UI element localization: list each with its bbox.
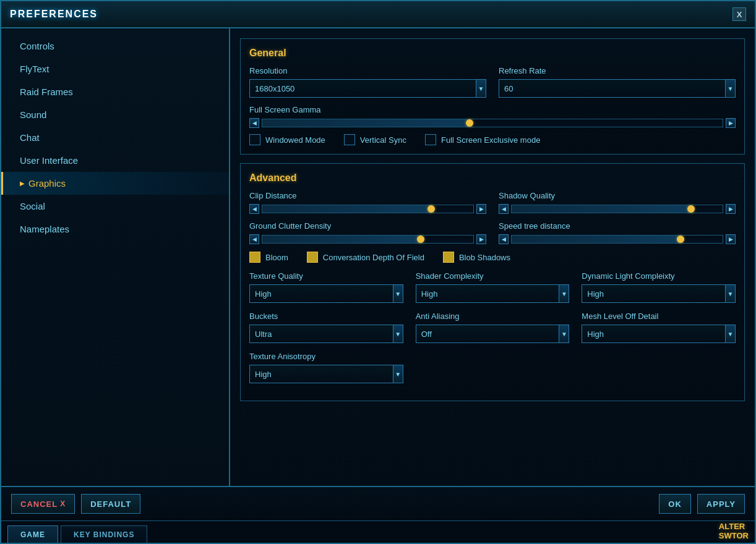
advanced-header: Advanced	[249, 172, 736, 184]
sidebar-item-social[interactable]: Social	[1, 195, 229, 218]
speed-tree-slider: ◀ ▶	[499, 234, 736, 244]
blob-shadows-checkbox[interactable]: Blob Shadows	[443, 252, 510, 263]
clutter-speed-row: Ground Clutter Density ◀ ▶ Speed tree di…	[249, 221, 736, 244]
anisotropy-arrow-icon: ▼	[393, 365, 403, 383]
dynamic-light-dropdown[interactable]: High ▼	[582, 284, 736, 303]
anisotropy-row: Texture Anisotropy High ▼	[249, 352, 736, 383]
resolution-col: Resolution 1680x1050 ▼	[249, 66, 486, 98]
default-label: DEFAULT	[90, 499, 131, 509]
gamma-section: Full Screen Gamma ◀ ▶	[249, 105, 736, 128]
shadow-quality-group: Shadow Quality ◀ ▶	[499, 191, 736, 214]
sidebar-item-controls[interactable]: Controls	[1, 35, 229, 57]
sidebar-item-raid-frames[interactable]: Raid Frames	[1, 80, 229, 103]
speed-tree-track[interactable]	[511, 235, 723, 244]
sidebar-item-graphics[interactable]: ▶ Graphics	[1, 172, 229, 195]
buckets-aa-mesh-row: Buckets Ultra ▼ Anti Aliasing Off ▼	[249, 312, 736, 343]
sidebar-item-nameplates[interactable]: Nameplates	[1, 218, 229, 240]
gamma-label: Full Screen Gamma	[249, 105, 736, 114]
gamma-slider-left-btn[interactable]: ◀	[249, 118, 259, 128]
windowed-mode-checkbox[interactable]: Windowed Mode	[249, 134, 325, 145]
right-panel: General Resolution 1680x1050 ▼ Refresh R…	[230, 28, 755, 486]
windowed-mode-checkbox-box	[249, 134, 260, 145]
cancel-label: CANCEL	[20, 499, 58, 509]
vertical-sync-label: Vertical Sync	[360, 135, 406, 145]
ground-clutter-track[interactable]	[262, 235, 474, 244]
general-checkbox-row: Windowed Mode Vertical Sync Full Screen …	[249, 134, 736, 145]
texture-quality-arrow-icon: ▼	[393, 285, 403, 302]
anti-aliasing-dropdown[interactable]: Off ▼	[416, 325, 570, 343]
mesh-level-dropdown[interactable]: High ▼	[582, 325, 736, 343]
refresh-rate-dropdown-arrow-icon: ▼	[725, 80, 735, 97]
shadow-quality-track[interactable]	[511, 205, 723, 213]
speed-tree-left-btn[interactable]: ◀	[499, 234, 509, 244]
vertical-sync-checkbox[interactable]: Vertical Sync	[344, 134, 406, 145]
sidebar-item-label: Graphics	[28, 178, 66, 189]
shadow-quality-right-btn[interactable]: ▶	[726, 204, 736, 214]
bloom-checkbox-box	[249, 252, 260, 263]
cancel-button[interactable]: CANCEL X	[11, 494, 75, 514]
texture-shader-dynamic-row: Texture Quality High ▼ Shader Complexity…	[249, 271, 736, 303]
conversation-dof-label: Conversation Depth Of Field	[323, 253, 424, 262]
buckets-value: Ultra	[255, 329, 393, 339]
shadow-quality-left-btn[interactable]: ◀	[499, 204, 509, 214]
texture-quality-dropdown[interactable]: High ▼	[249, 284, 403, 303]
sidebar-item-label: Social	[20, 201, 45, 211]
sidebar-item-label: Sound	[20, 109, 46, 120]
clip-distance-right-btn[interactable]: ▶	[476, 204, 486, 214]
texture-quality-col: Texture Quality High ▼	[249, 271, 403, 303]
tab-game[interactable]: GAME	[7, 525, 58, 543]
tab-key-bindings[interactable]: KEY BINDINGS	[61, 525, 147, 543]
gamma-slider-track[interactable]	[262, 119, 723, 127]
dynamic-light-value: High	[587, 289, 725, 299]
bloom-checkbox[interactable]: Bloom	[249, 252, 288, 263]
blob-shadows-checkbox-box	[443, 252, 454, 263]
bottom-bar: CANCEL X DEFAULT OK APPLY	[1, 486, 755, 521]
buckets-label: Buckets	[249, 312, 403, 321]
dynamic-light-label: Dynamic Light Compleixty	[582, 271, 736, 281]
apply-button[interactable]: APPLY	[697, 494, 745, 514]
resolution-dropdown[interactable]: 1680x1050 ▼	[249, 79, 486, 98]
clip-distance-label: Clip Distance	[249, 191, 486, 200]
clip-distance-left-btn[interactable]: ◀	[249, 204, 259, 214]
sidebar-item-label: Controls	[20, 41, 54, 51]
anti-aliasing-arrow-icon: ▼	[559, 325, 569, 342]
sidebar-item-label: Nameplates	[20, 224, 69, 234]
gamma-slider-right-btn[interactable]: ▶	[726, 118, 736, 128]
anisotropy-dropdown[interactable]: High ▼	[249, 365, 403, 383]
resolution-label: Resolution	[249, 66, 486, 75]
ok-button[interactable]: OK	[659, 494, 691, 514]
title-bar: PREFERENCES X	[1, 1, 755, 28]
ground-clutter-left-btn[interactable]: ◀	[249, 234, 259, 244]
refresh-rate-label: Refresh Rate	[499, 66, 736, 75]
apply-label: APPLY	[707, 499, 736, 509]
anisotropy-value: High	[255, 370, 393, 379]
sidebar-item-user-interface[interactable]: User Interface	[1, 149, 229, 172]
mesh-level-value: High	[587, 329, 725, 339]
clip-distance-track[interactable]	[262, 205, 474, 213]
close-button[interactable]: X	[732, 7, 746, 21]
alter-swtor-logo: ALTER SWTOR	[719, 522, 749, 543]
tabs: GAME KEY BINDINGS	[7, 525, 147, 543]
bloom-label: Bloom	[265, 253, 288, 262]
sidebar-item-label: FlyText	[20, 64, 49, 74]
speed-tree-right-btn[interactable]: ▶	[726, 234, 736, 244]
general-header: General	[249, 48, 736, 59]
conversation-dof-checkbox[interactable]: Conversation Depth Of Field	[307, 252, 424, 263]
tab-key-bindings-label: KEY BINDINGS	[74, 530, 134, 539]
refresh-rate-dropdown[interactable]: 60 ▼	[499, 79, 736, 98]
anti-aliasing-label: Anti Aliasing	[416, 312, 570, 321]
sidebar-item-sound[interactable]: Sound	[1, 103, 229, 126]
ok-label: OK	[668, 499, 682, 509]
sidebar-item-flytext[interactable]: FlyText	[1, 57, 229, 80]
ground-clutter-right-btn[interactable]: ▶	[476, 234, 486, 244]
preferences-window: PREFERENCES X Controls FlyText Raid Fram…	[0, 0, 756, 544]
window-title: PREFERENCES	[10, 9, 98, 20]
full-screen-exclusive-checkbox[interactable]: Full Screen Exclusive mode	[425, 134, 540, 145]
buckets-dropdown[interactable]: Ultra ▼	[249, 325, 403, 343]
anisotropy-col: Texture Anisotropy High ▼	[249, 352, 403, 383]
default-button[interactable]: DEFAULT	[81, 494, 140, 514]
shader-complexity-dropdown[interactable]: High ▼	[416, 284, 570, 303]
sidebar-item-label: User Interface	[20, 155, 78, 166]
sidebar-item-chat[interactable]: Chat	[1, 126, 229, 149]
clip-shadow-row: Clip Distance ◀ ▶ Shadow Quality	[249, 191, 736, 214]
